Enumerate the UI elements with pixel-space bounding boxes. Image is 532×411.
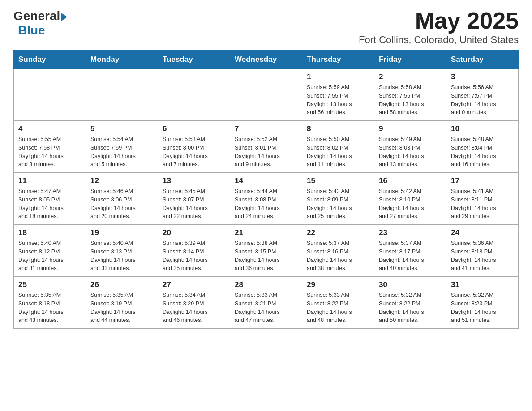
calendar-cell: 27Sunrise: 5:34 AM Sunset: 8:20 PM Dayli… [158,277,230,329]
calendar-cell: 5Sunrise: 5:54 AM Sunset: 7:59 PM Daylig… [86,121,158,173]
day-info: Sunrise: 5:54 AM Sunset: 7:59 PM Dayligh… [90,135,153,169]
calendar-cell: 18Sunrise: 5:40 AM Sunset: 8:12 PM Dayli… [14,225,86,277]
calendar-cell: 26Sunrise: 5:35 AM Sunset: 8:19 PM Dayli… [86,277,158,329]
day-info: Sunrise: 5:59 AM Sunset: 7:55 PM Dayligh… [307,83,369,117]
day-number: 31 [451,280,514,289]
day-info: Sunrise: 5:35 AM Sunset: 8:19 PM Dayligh… [90,291,153,325]
calendar-cell: 25Sunrise: 5:35 AM Sunset: 8:18 PM Dayli… [14,277,86,329]
day-number: 11 [18,176,81,185]
day-number: 4 [18,124,81,133]
calendar-cell: 21Sunrise: 5:38 AM Sunset: 8:15 PM Dayli… [230,225,302,277]
day-info: Sunrise: 5:48 AM Sunset: 8:04 PM Dayligh… [451,135,514,169]
calendar-cell: 31Sunrise: 5:32 AM Sunset: 8:23 PM Dayli… [446,277,519,329]
day-info: Sunrise: 5:34 AM Sunset: 8:20 PM Dayligh… [163,291,225,325]
day-info: Sunrise: 5:43 AM Sunset: 8:09 PM Dayligh… [307,187,369,221]
day-number: 25 [18,280,81,289]
day-info: Sunrise: 5:35 AM Sunset: 8:18 PM Dayligh… [18,291,81,325]
calendar-header-saturday: Saturday [446,51,519,69]
calendar-cell: 11Sunrise: 5:47 AM Sunset: 8:05 PM Dayli… [14,173,86,225]
calendar-cell: 6Sunrise: 5:53 AM Sunset: 8:00 PM Daylig… [158,121,230,173]
calendar-cell: 2Sunrise: 5:58 AM Sunset: 7:56 PM Daylig… [374,69,446,121]
logo-general-text: General [13,9,60,23]
calendar-cell: 30Sunrise: 5:32 AM Sunset: 8:22 PM Dayli… [374,277,446,329]
day-number: 3 [451,73,514,81]
day-number: 20 [163,228,225,237]
day-info: Sunrise: 5:58 AM Sunset: 7:56 PM Dayligh… [379,83,442,117]
day-number: 30 [379,280,442,289]
day-number: 27 [163,280,225,289]
calendar-cell [86,69,158,121]
day-info: Sunrise: 5:33 AM Sunset: 8:21 PM Dayligh… [235,291,297,325]
day-number: 29 [307,280,369,289]
day-info: Sunrise: 5:37 AM Sunset: 8:16 PM Dayligh… [307,239,369,273]
calendar-header-sunday: Sunday [14,51,86,69]
calendar-cell: 17Sunrise: 5:41 AM Sunset: 8:11 PM Dayli… [446,173,519,225]
calendar-week-row: 18Sunrise: 5:40 AM Sunset: 8:12 PM Dayli… [14,225,519,277]
day-info: Sunrise: 5:45 AM Sunset: 8:07 PM Dayligh… [163,187,225,221]
day-number: 23 [379,228,442,237]
location-title: Fort Collins, Colorado, United States [359,34,519,46]
calendar-cell: 12Sunrise: 5:46 AM Sunset: 8:06 PM Dayli… [86,173,158,225]
day-info: Sunrise: 5:46 AM Sunset: 8:06 PM Dayligh… [90,187,153,221]
calendar-cell [158,69,230,121]
calendar-cell: 1Sunrise: 5:59 AM Sunset: 7:55 PM Daylig… [302,69,374,121]
calendar-header-wednesday: Wednesday [230,51,302,69]
calendar-cell: 13Sunrise: 5:45 AM Sunset: 8:07 PM Dayli… [158,173,230,225]
day-number: 17 [451,176,514,185]
day-number: 19 [90,228,153,237]
day-info: Sunrise: 5:49 AM Sunset: 8:03 PM Dayligh… [379,135,442,169]
day-number: 26 [90,280,153,289]
calendar-cell: 14Sunrise: 5:44 AM Sunset: 8:08 PM Dayli… [230,173,302,225]
calendar-week-row: 4Sunrise: 5:55 AM Sunset: 7:58 PM Daylig… [14,121,519,173]
day-number: 2 [379,73,442,81]
calendar-header-monday: Monday [86,51,158,69]
calendar-cell: 10Sunrise: 5:48 AM Sunset: 8:04 PM Dayli… [446,121,519,173]
logo-blue-text: Blue [18,23,45,38]
calendar-cell [14,69,86,121]
day-info: Sunrise: 5:32 AM Sunset: 8:22 PM Dayligh… [379,291,442,325]
day-info: Sunrise: 5:50 AM Sunset: 8:02 PM Dayligh… [307,135,369,169]
day-info: Sunrise: 5:38 AM Sunset: 8:15 PM Dayligh… [235,239,297,273]
calendar-cell: 15Sunrise: 5:43 AM Sunset: 8:09 PM Dayli… [302,173,374,225]
calendar-week-row: 25Sunrise: 5:35 AM Sunset: 8:18 PM Dayli… [14,277,519,329]
day-number: 13 [163,176,225,185]
calendar-header-tuesday: Tuesday [158,51,230,69]
calendar-cell: 9Sunrise: 5:49 AM Sunset: 8:03 PM Daylig… [374,121,446,173]
calendar-cell: 19Sunrise: 5:40 AM Sunset: 8:13 PM Dayli… [86,225,158,277]
day-info: Sunrise: 5:47 AM Sunset: 8:05 PM Dayligh… [18,187,81,221]
logo-triangle-icon [61,13,67,21]
day-number: 21 [235,228,297,237]
day-number: 1 [307,73,369,81]
day-info: Sunrise: 5:56 AM Sunset: 7:57 PM Dayligh… [451,83,514,117]
calendar-cell: 3Sunrise: 5:56 AM Sunset: 7:57 PM Daylig… [446,69,519,121]
calendar-cell: 7Sunrise: 5:52 AM Sunset: 8:01 PM Daylig… [230,121,302,173]
day-info: Sunrise: 5:42 AM Sunset: 8:10 PM Dayligh… [379,187,442,221]
day-number: 18 [18,228,81,237]
day-number: 16 [379,176,442,185]
calendar-cell: 20Sunrise: 5:39 AM Sunset: 8:14 PM Dayli… [158,225,230,277]
day-number: 7 [235,124,297,133]
day-info: Sunrise: 5:53 AM Sunset: 8:00 PM Dayligh… [163,135,225,169]
day-info: Sunrise: 5:52 AM Sunset: 8:01 PM Dayligh… [235,135,297,169]
calendar-week-row: 11Sunrise: 5:47 AM Sunset: 8:05 PM Dayli… [14,173,519,225]
day-number: 12 [90,176,153,185]
calendar-header-friday: Friday [374,51,446,69]
day-info: Sunrise: 5:44 AM Sunset: 8:08 PM Dayligh… [235,187,297,221]
calendar-table: SundayMondayTuesdayWednesdayThursdayFrid… [13,50,519,329]
day-info: Sunrise: 5:33 AM Sunset: 8:22 PM Dayligh… [307,291,369,325]
calendar-cell: 29Sunrise: 5:33 AM Sunset: 8:22 PM Dayli… [302,277,374,329]
calendar-cell: 23Sunrise: 5:37 AM Sunset: 8:17 PM Dayli… [374,225,446,277]
calendar-cell: 8Sunrise: 5:50 AM Sunset: 8:02 PM Daylig… [302,121,374,173]
day-info: Sunrise: 5:41 AM Sunset: 8:11 PM Dayligh… [451,187,514,221]
day-number: 24 [451,228,514,237]
day-info: Sunrise: 5:39 AM Sunset: 8:14 PM Dayligh… [163,239,225,273]
day-number: 5 [90,124,153,133]
day-number: 22 [307,228,369,237]
day-number: 9 [379,124,442,133]
day-number: 15 [307,176,369,185]
logo: General Blue [13,9,67,38]
calendar-cell: 4Sunrise: 5:55 AM Sunset: 7:58 PM Daylig… [14,121,86,173]
day-number: 6 [163,124,225,133]
calendar-header-thursday: Thursday [302,51,374,69]
calendar-week-row: 1Sunrise: 5:59 AM Sunset: 7:55 PM Daylig… [14,69,519,121]
